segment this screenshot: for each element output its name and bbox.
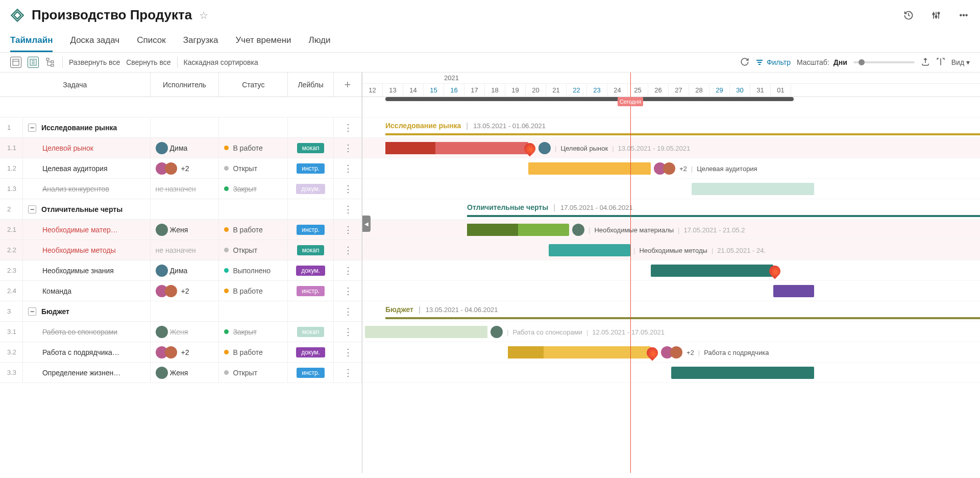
more-menu-icon[interactable]: •••	[958, 9, 970, 21]
collapse-left-panel[interactable]: ◀	[362, 216, 371, 232]
column-task[interactable]: Задача	[0, 73, 151, 97]
hierarchy-icon[interactable]	[45, 57, 56, 68]
tab-0[interactable]: Таймлайн	[10, 30, 53, 52]
row-menu-icon[interactable]: ⋮	[334, 117, 362, 137]
task-panel-toggle[interactable]	[28, 57, 39, 68]
day-30: 30	[730, 84, 750, 97]
expand-all-button[interactable]: Развернуть все	[69, 58, 120, 66]
label-tag: докум.	[296, 347, 325, 357]
gantt-row: |Необходимые методы|21.05.2021 - 24.	[362, 240, 980, 260]
day-14: 14	[403, 84, 424, 97]
column-assignee[interactable]: Исполнитель	[151, 73, 219, 97]
gantt-bar[interactable]	[651, 265, 773, 277]
task-row[interactable]: 1.1Целевой рынокДимаВ работемокап⋮	[0, 138, 362, 158]
gantt-bar[interactable]	[773, 285, 814, 297]
gantt-bar[interactable]	[467, 224, 569, 236]
day-20: 20	[526, 84, 546, 97]
avatar	[156, 367, 168, 379]
avatar	[156, 326, 168, 338]
gantt-row: Исследование рынка|13.05.2021 - 01.06.20…	[362, 117, 980, 138]
task-row[interactable]: 1.3Анализ конкурентовне назначенЗакрытдо…	[0, 179, 362, 199]
row-menu-icon[interactable]: ⋮	[334, 158, 362, 178]
column-labels[interactable]: Лейблы	[288, 73, 334, 97]
gantt-bar[interactable]	[385, 142, 528, 154]
view-menu[interactable]: Вид ▾	[951, 58, 970, 66]
group-row[interactable]: 2−Отличительные черты⋮	[0, 199, 362, 220]
day-12: 12	[362, 84, 383, 97]
day-23: 23	[587, 84, 607, 97]
gantt-row	[362, 363, 980, 383]
row-menu-icon[interactable]: ⋮	[334, 138, 362, 158]
tab-5[interactable]: Люди	[309, 30, 331, 52]
tab-4[interactable]: Учет времени	[236, 30, 291, 52]
task-row[interactable]: 2.2Необходимые методыне назначенОткрытмо…	[0, 240, 362, 260]
label-tag: докум.	[296, 184, 325, 194]
filter-button[interactable]: Фильтр	[755, 58, 791, 66]
task-row[interactable]: 3.2Работа с подрядчика…+2В работедокум.⋮	[0, 342, 362, 363]
gantt-row: |Целевой рынок|13.05.2021 - 19.05.2021	[362, 138, 980, 158]
row-menu-icon[interactable]: ⋮	[334, 342, 362, 362]
settings-sliders-icon[interactable]	[930, 9, 942, 21]
day-16: 16	[444, 84, 464, 97]
gantt-bar[interactable]	[692, 183, 814, 195]
gantt-row: |Необходимые материалы|17.05.2021 - 21.0…	[362, 220, 980, 240]
label-tag: инстр.	[297, 368, 325, 378]
row-menu-icon[interactable]: ⋮	[334, 240, 362, 260]
detail-panel-toggle[interactable]	[10, 57, 21, 68]
gantt-row	[362, 179, 980, 199]
row-menu-icon[interactable]: ⋮	[334, 260, 362, 280]
task-row[interactable]: 2.3Необходимые знанияДимаВыполненодокум.…	[0, 260, 362, 281]
gantt-row	[362, 281, 980, 301]
row-menu-icon[interactable]: ⋮	[334, 179, 362, 199]
row-menu-icon[interactable]: ⋮	[334, 363, 362, 383]
collapse-toggle[interactable]: −	[28, 124, 36, 132]
zoom-slider[interactable]	[853, 61, 915, 63]
day-31: 31	[750, 84, 771, 97]
day-15: 15	[424, 84, 444, 97]
app-logo[interactable]	[10, 8, 24, 22]
tab-2[interactable]: Список	[137, 30, 166, 52]
gantt-bar[interactable]	[671, 367, 814, 379]
row-menu-icon[interactable]: ⋮	[334, 199, 362, 219]
day-29: 29	[709, 84, 730, 97]
tab-3[interactable]: Загрузка	[183, 30, 218, 52]
fit-icon[interactable]	[936, 57, 945, 68]
row-menu-icon[interactable]: ⋮	[334, 281, 362, 301]
task-row[interactable]: 2.1Необходимые матер…ЖеняВ работеинстр.⋮	[0, 220, 362, 240]
star-icon[interactable]: ☆	[199, 9, 208, 21]
refresh-icon[interactable]	[740, 57, 749, 68]
tab-1[interactable]: Доска задач	[70, 30, 119, 52]
timeline-year: 2021	[362, 73, 980, 84]
gantt-bar[interactable]	[508, 346, 651, 358]
today-line	[630, 73, 631, 473]
label-tag: мокап	[297, 327, 325, 337]
task-row[interactable]: 3.3Определение жизнен…ЖеняОткрытинстр.⋮	[0, 363, 362, 383]
page-title: Производство Продукта	[32, 7, 192, 23]
gantt-bar[interactable]	[528, 162, 651, 175]
group-row[interactable]: 3−Бюджет⋮	[0, 301, 362, 322]
export-icon[interactable]	[921, 57, 930, 68]
gantt-row: Бюджет|13.05.2021 - 04.06.2021	[362, 301, 980, 322]
day-27: 27	[669, 84, 689, 97]
row-menu-icon[interactable]: ⋮	[334, 322, 362, 342]
group-row[interactable]: 1−Исследование рынка⋮	[0, 117, 362, 138]
history-icon[interactable]	[902, 9, 915, 21]
cascade-sort-button[interactable]: Каскадная сортировка	[184, 58, 258, 66]
day-17: 17	[464, 84, 485, 97]
label-tag: инстр.	[297, 286, 325, 296]
gantt-bar[interactable]	[365, 326, 487, 338]
task-row[interactable]: 3.1Работа со спонсорамиЖеняЗакрытмокап⋮	[0, 322, 362, 342]
collapse-toggle[interactable]: −	[28, 205, 36, 213]
day-25: 25	[628, 84, 648, 97]
avatar	[156, 224, 168, 236]
row-menu-icon[interactable]: ⋮	[334, 301, 362, 321]
svg-rect-8	[13, 59, 19, 65]
add-column-button[interactable]: +	[334, 73, 362, 97]
row-menu-icon[interactable]: ⋮	[334, 220, 362, 240]
collapse-toggle[interactable]: −	[28, 307, 36, 316]
collapse-all-button[interactable]: Свернуть все	[126, 58, 170, 66]
task-row[interactable]: 2.4Команда+2В работеинстр.⋮	[0, 281, 362, 301]
task-row[interactable]: 1.2Целевая аудитория+2Открытинстр.⋮	[0, 158, 362, 179]
gantt-bar[interactable]	[549, 244, 630, 256]
column-status[interactable]: Статус	[219, 73, 288, 97]
